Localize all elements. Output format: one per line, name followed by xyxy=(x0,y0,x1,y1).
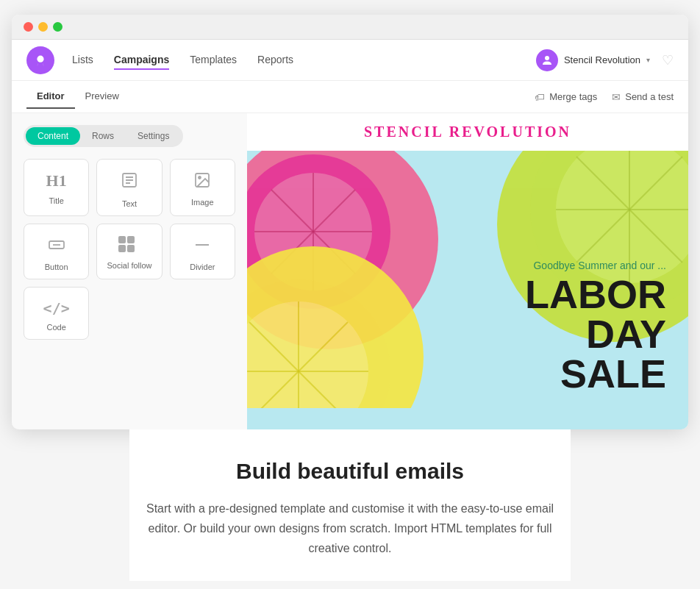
h1-icon: H1 xyxy=(46,171,67,190)
app-nav: Lists Campaigns Templates Reports Stenci… xyxy=(12,40,688,81)
tab-editor[interactable]: Editor xyxy=(26,85,75,109)
sale-title-labor: LABOR xyxy=(525,274,666,314)
chevron-down-icon: ▾ xyxy=(646,56,650,64)
tab-settings[interactable]: Settings xyxy=(126,127,181,145)
svg-point-7 xyxy=(199,176,201,179)
merge-tags-label: Merge tags xyxy=(549,91,597,102)
button-label: Button xyxy=(45,263,68,271)
code-icon: </> xyxy=(43,299,70,317)
social-label: Social follow xyxy=(107,261,151,270)
panel-tabs: Content Rows Settings xyxy=(24,125,183,147)
content-item-text[interactable]: Text xyxy=(96,159,162,216)
editor-subnav: Editor Preview 🏷 Merge tags ✉ Send a tes… xyxy=(12,81,688,113)
app-logo xyxy=(26,46,54,74)
svg-text:ig: ig xyxy=(128,246,132,252)
editor-tabs: Editor Preview xyxy=(26,85,129,109)
social-icon: f in t ig xyxy=(118,236,140,255)
tab-rows[interactable]: Rows xyxy=(80,127,126,145)
browser-window: Lists Campaigns Templates Reports Stenci… xyxy=(12,15,688,429)
svg-point-0 xyxy=(37,55,43,62)
account-name: Stencil Revolution xyxy=(564,54,640,65)
code-label: Code xyxy=(47,323,66,332)
content-item-social[interactable]: f in t ig Social follow xyxy=(96,224,162,279)
goodbye-text: Goodbye Summer and our ... xyxy=(525,260,666,271)
sale-content: Goodbye Summer and our ... LABOR DAY SAL… xyxy=(525,260,666,393)
sale-title-day: DAY xyxy=(525,314,666,354)
maximize-dot[interactable] xyxy=(53,22,63,32)
nav-campaigns[interactable]: Campaigns xyxy=(114,51,169,70)
tag-icon: 🏷 xyxy=(535,91,545,103)
content-item-divider[interactable]: Divider xyxy=(170,224,235,279)
svg-text:in: in xyxy=(128,238,132,243)
nav-right: Stencil Revolution ▾ ♡ xyxy=(536,49,674,71)
octopus-icon xyxy=(32,52,49,68)
browser-titlebar xyxy=(12,15,688,40)
svg-point-1 xyxy=(545,56,549,60)
minimize-dot[interactable] xyxy=(38,22,48,32)
sale-title-sale: SALE xyxy=(525,354,666,393)
citrus-area: Goodbye Summer and our ... LABOR DAY SAL… xyxy=(247,151,688,408)
divider-icon xyxy=(193,236,211,257)
nav-templates[interactable]: Templates xyxy=(190,51,237,70)
content-grid: H1 Title Text xyxy=(24,159,235,340)
account-badge[interactable]: Stencil Revolution ▾ xyxy=(536,49,650,71)
heart-icon[interactable]: ♡ xyxy=(662,52,674,68)
divider-label: Divider xyxy=(190,263,215,271)
account-avatar xyxy=(536,49,558,71)
text-icon xyxy=(121,171,138,193)
bottom-section: Build beautiful emails Start with a pre-… xyxy=(129,429,571,581)
account-avatar-icon xyxy=(540,54,554,67)
tab-content[interactable]: Content xyxy=(26,127,80,145)
email-header: STENCIL REVOLUTION xyxy=(247,113,688,151)
content-item-title[interactable]: H1 Title xyxy=(24,159,89,216)
image-icon xyxy=(193,171,211,192)
button-icon xyxy=(48,236,65,257)
send-test-label: Send a test xyxy=(625,91,674,102)
image-label: Image xyxy=(191,198,214,207)
content-item-code[interactable]: </> Code xyxy=(24,287,89,340)
email-preview: STENCIL REVOLUTION xyxy=(247,113,688,429)
title-label: Title xyxy=(49,196,63,205)
close-dot[interactable] xyxy=(24,22,33,32)
nav-links: Lists Campaigns Templates Reports xyxy=(72,51,536,70)
left-panel: Content Rows Settings H1 Title xyxy=(12,113,247,429)
nav-lists[interactable]: Lists xyxy=(72,51,93,70)
bottom-title: Build beautiful emails xyxy=(144,459,556,484)
content-item-image[interactable]: Image xyxy=(170,159,235,216)
bottom-description: Start with a pre-designed template and c… xyxy=(144,499,556,559)
merge-tags-action[interactable]: 🏷 Merge tags xyxy=(535,91,597,103)
send-test-action[interactable]: ✉ Send a test xyxy=(612,91,674,103)
brand-name: STENCIL REVOLUTION xyxy=(262,124,674,140)
citrus-yellow-svg xyxy=(247,276,394,408)
preview-area: STENCIL REVOLUTION xyxy=(247,113,688,429)
email-icon: ✉ xyxy=(612,91,621,103)
nav-reports[interactable]: Reports xyxy=(257,51,293,70)
text-label: Text xyxy=(122,199,137,208)
content-item-button[interactable]: Button xyxy=(24,224,89,279)
editor-actions: 🏷 Merge tags ✉ Send a test xyxy=(535,91,674,103)
tab-preview[interactable]: Preview xyxy=(75,85,129,109)
editor-main: Content Rows Settings H1 Title xyxy=(12,113,688,429)
